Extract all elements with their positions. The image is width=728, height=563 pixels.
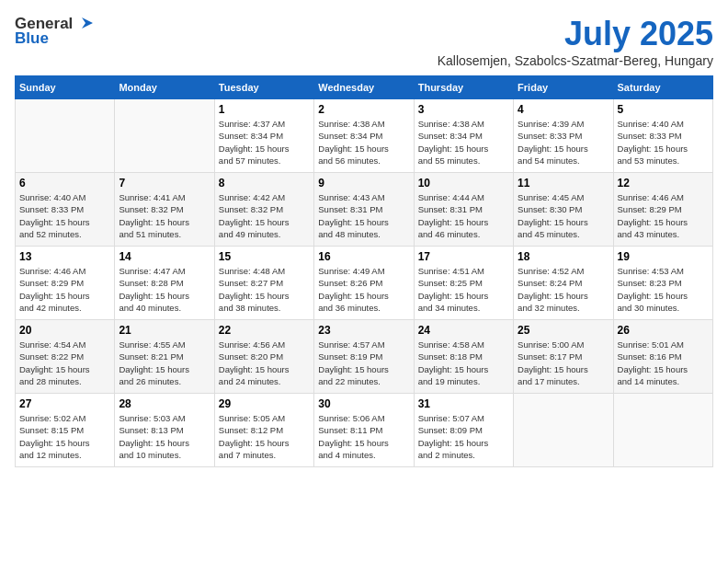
calendar-day-cell xyxy=(514,394,613,467)
day-info: Sunrise: 4:51 AM Sunset: 8:25 PM Dayligh… xyxy=(418,265,509,314)
logo: General Blue xyxy=(15,15,93,48)
day-info: Sunrise: 4:53 AM Sunset: 8:23 PM Dayligh… xyxy=(618,265,709,314)
day-number: 23 xyxy=(318,324,409,337)
day-info: Sunrise: 4:41 AM Sunset: 8:32 PM Dayligh… xyxy=(119,191,210,240)
header-friday: Friday xyxy=(514,76,613,99)
day-info: Sunrise: 4:40 AM Sunset: 8:33 PM Dayligh… xyxy=(618,118,709,167)
calendar-day-cell: 15Sunrise: 4:48 AM Sunset: 8:27 PM Dayli… xyxy=(214,247,313,320)
calendar-day-cell: 23Sunrise: 4:57 AM Sunset: 8:19 PM Dayli… xyxy=(314,320,414,394)
day-number: 14 xyxy=(119,250,210,263)
day-info: Sunrise: 5:01 AM Sunset: 8:16 PM Dayligh… xyxy=(618,339,709,387)
calendar-day-cell: 9Sunrise: 4:43 AM Sunset: 8:31 PM Daylig… xyxy=(314,173,414,247)
day-info: Sunrise: 5:03 AM Sunset: 8:13 PM Dayligh… xyxy=(119,412,210,461)
day-number: 31 xyxy=(418,397,509,410)
calendar-day-cell: 21Sunrise: 4:55 AM Sunset: 8:21 PM Dayli… xyxy=(115,320,214,394)
day-number: 18 xyxy=(518,250,609,263)
calendar-day-cell: 12Sunrise: 4:46 AM Sunset: 8:29 PM Dayli… xyxy=(613,173,712,247)
day-number: 30 xyxy=(318,397,409,410)
day-info: Sunrise: 4:52 AM Sunset: 8:24 PM Dayligh… xyxy=(518,265,609,314)
calendar-day-cell: 19Sunrise: 4:53 AM Sunset: 8:23 PM Dayli… xyxy=(613,247,712,320)
calendar-day-cell: 1Sunrise: 4:37 AM Sunset: 8:34 PM Daylig… xyxy=(214,99,313,173)
day-number: 15 xyxy=(219,250,310,263)
day-info: Sunrise: 5:02 AM Sunset: 8:15 PM Dayligh… xyxy=(19,412,110,461)
day-info: Sunrise: 5:06 AM Sunset: 8:11 PM Dayligh… xyxy=(318,412,409,461)
calendar-day-cell: 25Sunrise: 5:00 AM Sunset: 8:17 PM Dayli… xyxy=(514,320,613,394)
calendar-day-cell xyxy=(16,99,115,173)
calendar-day-cell xyxy=(613,394,712,467)
day-info: Sunrise: 4:54 AM Sunset: 8:22 PM Dayligh… xyxy=(19,339,110,387)
day-number: 4 xyxy=(518,103,609,116)
day-number: 13 xyxy=(19,250,110,263)
calendar-day-cell: 17Sunrise: 4:51 AM Sunset: 8:25 PM Dayli… xyxy=(414,247,513,320)
day-info: Sunrise: 4:46 AM Sunset: 8:29 PM Dayligh… xyxy=(19,265,110,314)
calendar-day-cell: 4Sunrise: 4:39 AM Sunset: 8:33 PM Daylig… xyxy=(514,99,613,173)
day-info: Sunrise: 4:37 AM Sunset: 8:34 PM Dayligh… xyxy=(219,118,310,167)
day-info: Sunrise: 4:45 AM Sunset: 8:30 PM Dayligh… xyxy=(518,191,609,240)
header-monday: Monday xyxy=(115,76,214,99)
header-thursday: Thursday xyxy=(414,76,513,99)
calendar-day-cell: 13Sunrise: 4:46 AM Sunset: 8:29 PM Dayli… xyxy=(16,247,115,320)
calendar-header-row: Sunday Monday Tuesday Wednesday Thursday… xyxy=(16,76,713,99)
calendar-day-cell: 28Sunrise: 5:03 AM Sunset: 8:13 PM Dayli… xyxy=(115,394,214,467)
calendar-week-row: 6Sunrise: 4:40 AM Sunset: 8:33 PM Daylig… xyxy=(16,173,713,247)
day-info: Sunrise: 4:58 AM Sunset: 8:18 PM Dayligh… xyxy=(418,339,509,387)
calendar-day-cell: 2Sunrise: 4:38 AM Sunset: 8:34 PM Daylig… xyxy=(314,99,414,173)
calendar-day-cell: 7Sunrise: 4:41 AM Sunset: 8:32 PM Daylig… xyxy=(115,173,214,247)
calendar-day-cell: 18Sunrise: 4:52 AM Sunset: 8:24 PM Dayli… xyxy=(514,247,613,320)
day-number: 22 xyxy=(219,324,310,337)
day-number: 12 xyxy=(618,177,709,190)
title-section: July 2025 Kallosemjen, Szabolcs-Szatmar-… xyxy=(438,15,713,68)
header-sunday: Sunday xyxy=(16,76,115,99)
calendar-day-cell: 20Sunrise: 4:54 AM Sunset: 8:22 PM Dayli… xyxy=(16,320,115,394)
calendar-day-cell xyxy=(115,99,214,173)
calendar-day-cell: 30Sunrise: 5:06 AM Sunset: 8:11 PM Dayli… xyxy=(314,394,414,467)
day-number: 1 xyxy=(219,103,310,116)
calendar-day-cell: 22Sunrise: 4:56 AM Sunset: 8:20 PM Dayli… xyxy=(214,320,313,394)
day-info: Sunrise: 4:49 AM Sunset: 8:26 PM Dayligh… xyxy=(318,265,409,314)
header-saturday: Saturday xyxy=(613,76,712,99)
day-info: Sunrise: 4:47 AM Sunset: 8:28 PM Dayligh… xyxy=(119,265,210,314)
day-number: 11 xyxy=(518,177,609,190)
day-info: Sunrise: 4:55 AM Sunset: 8:21 PM Dayligh… xyxy=(119,339,210,387)
day-number: 16 xyxy=(318,250,409,263)
day-number: 9 xyxy=(318,177,409,190)
day-number: 27 xyxy=(19,397,110,410)
day-number: 20 xyxy=(19,324,110,337)
calendar-day-cell: 10Sunrise: 4:44 AM Sunset: 8:31 PM Dayli… xyxy=(414,173,513,247)
day-number: 10 xyxy=(418,177,509,190)
day-info: Sunrise: 4:48 AM Sunset: 8:27 PM Dayligh… xyxy=(219,265,310,314)
day-number: 25 xyxy=(518,324,609,337)
calendar-day-cell: 3Sunrise: 4:38 AM Sunset: 8:34 PM Daylig… xyxy=(414,99,513,173)
day-number: 21 xyxy=(119,324,210,337)
day-info: Sunrise: 4:56 AM Sunset: 8:20 PM Dayligh… xyxy=(219,339,310,387)
day-info: Sunrise: 4:42 AM Sunset: 8:32 PM Dayligh… xyxy=(219,191,310,240)
day-number: 29 xyxy=(219,397,310,410)
calendar-day-cell: 11Sunrise: 4:45 AM Sunset: 8:30 PM Dayli… xyxy=(514,173,613,247)
day-number: 5 xyxy=(618,103,709,116)
day-number: 7 xyxy=(119,177,210,190)
day-info: Sunrise: 4:43 AM Sunset: 8:31 PM Dayligh… xyxy=(318,191,409,240)
header-wednesday: Wednesday xyxy=(314,76,414,99)
day-number: 17 xyxy=(418,250,509,263)
day-number: 6 xyxy=(19,177,110,190)
day-info: Sunrise: 5:05 AM Sunset: 8:12 PM Dayligh… xyxy=(219,412,310,461)
calendar-table: Sunday Monday Tuesday Wednesday Thursday… xyxy=(15,75,713,467)
day-info: Sunrise: 4:44 AM Sunset: 8:31 PM Dayligh… xyxy=(418,191,509,240)
calendar-week-row: 20Sunrise: 4:54 AM Sunset: 8:22 PM Dayli… xyxy=(16,320,713,394)
day-info: Sunrise: 4:38 AM Sunset: 8:34 PM Dayligh… xyxy=(318,118,409,167)
logo-bird-icon xyxy=(73,16,93,32)
day-number: 3 xyxy=(418,103,509,116)
calendar-day-cell: 8Sunrise: 4:42 AM Sunset: 8:32 PM Daylig… xyxy=(214,173,313,247)
day-info: Sunrise: 4:38 AM Sunset: 8:34 PM Dayligh… xyxy=(418,118,509,167)
day-number: 28 xyxy=(119,397,210,410)
calendar-week-row: 13Sunrise: 4:46 AM Sunset: 8:29 PM Dayli… xyxy=(16,247,713,320)
day-number: 26 xyxy=(618,324,709,337)
page-header: General Blue July 2025 Kallosemjen, Szab… xyxy=(15,15,713,68)
header-tuesday: Tuesday xyxy=(214,76,313,99)
day-info: Sunrise: 4:39 AM Sunset: 8:33 PM Dayligh… xyxy=(518,118,609,167)
day-number: 8 xyxy=(219,177,310,190)
calendar-day-cell: 14Sunrise: 4:47 AM Sunset: 8:28 PM Dayli… xyxy=(115,247,214,320)
calendar-day-cell: 6Sunrise: 4:40 AM Sunset: 8:33 PM Daylig… xyxy=(16,173,115,247)
day-number: 19 xyxy=(618,250,709,263)
location-title: Kallosemjen, Szabolcs-Szatmar-Bereg, Hun… xyxy=(438,53,713,68)
